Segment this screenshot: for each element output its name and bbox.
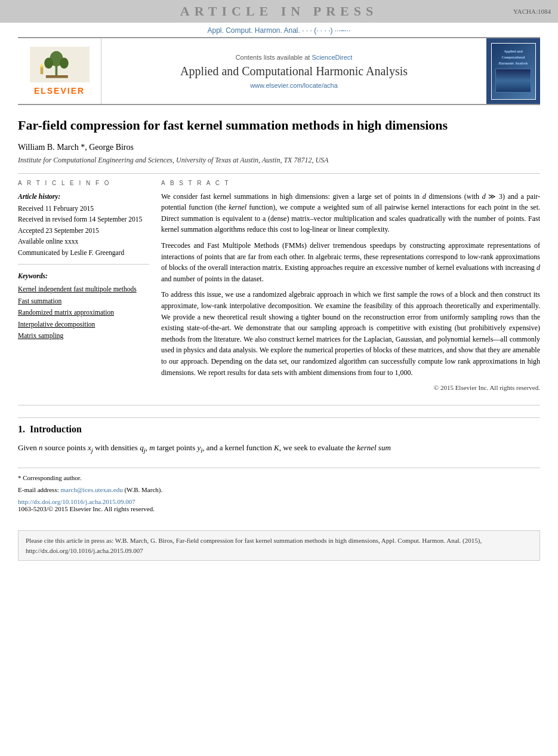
journal-header: ELSEVIER Contents lists available at Sci…	[18, 37, 540, 105]
left-col-divider	[18, 264, 149, 265]
abstract-text: We consider fast kernel summations in hi…	[161, 191, 540, 394]
journal-url: www.elsevier.com/locate/acha	[250, 82, 338, 89]
keywords-section: Keywords: Kernel independent fast multip…	[18, 271, 149, 341]
two-col-layout: A R T I C L E I N F O Article history: R…	[18, 180, 540, 394]
elsevier-logo-image	[30, 47, 90, 82]
received-date: Received 11 February 2015	[18, 203, 149, 214]
keyword-4[interactable]: Interpolative decomposition	[18, 319, 149, 330]
abstract-para-1: We consider fast kernel summations in hi…	[161, 191, 540, 235]
right-column: A B S T R A C T We consider fast kernel …	[161, 180, 540, 394]
sciencedirect-link[interactable]: ScienceDirect	[312, 54, 352, 61]
article-authors: William B. March *, George Biros	[18, 143, 540, 152]
communicated-by: Communicated by Leslie F. Greengard	[18, 247, 149, 258]
keyword-5[interactable]: Matrix sampling	[18, 330, 149, 341]
corresponding-author: * Corresponding author.	[18, 473, 540, 483]
abstract-para-2: Treecodes and Fast Multipole Methods (FM…	[161, 240, 540, 284]
available-date: Available online xxxx	[18, 236, 149, 247]
issn-line: 1063-5203/© 2015 Elsevier Inc. All right…	[18, 505, 155, 512]
article-info-heading: A R T I C L E I N F O	[18, 180, 149, 186]
doi-link[interactable]: http://dx.doi.org/10.1016/j.acha.2015.09…	[18, 498, 135, 505]
introduction-section: 1. Introduction Given n source points xj…	[18, 417, 540, 456]
svg-rect-5	[45, 75, 67, 78]
email-link[interactable]: march@ices.utexas.edu	[60, 486, 122, 493]
history-block: Article history: Received 11 February 20…	[18, 191, 149, 258]
section-title: 1. Introduction	[18, 424, 540, 435]
email-label: E-mail address:	[18, 486, 59, 493]
aip-banner: ARTICLE IN PRESS YACHA:1084	[0, 0, 558, 23]
section-divider-2	[18, 405, 540, 405]
doi-section: http://dx.doi.org/10.1016/j.acha.2015.09…	[18, 498, 540, 512]
copyright-line: © 2015 Elsevier Inc. All rights reserved…	[161, 383, 540, 393]
journal-cover-inner: Applied and Computational Harmonic Analy…	[491, 43, 536, 100]
left-column: A R T I C L E I N F O Article history: R…	[18, 180, 149, 394]
journal-center: Contents lists available at ScienceDirec…	[101, 38, 486, 104]
email-line: E-mail address: march@ices.utexas.edu (W…	[18, 485, 540, 495]
journal-cover: Applied and Computational Harmonic Analy…	[486, 38, 540, 104]
article-affiliation: Institute for Computational Engineering …	[18, 156, 540, 165]
revised-date: Received in revised form 14 September 20…	[18, 214, 149, 225]
journal-title-header: Applied and Computational Harmonic Analy…	[180, 64, 408, 78]
accepted-date: Accepted 23 September 2015	[18, 225, 149, 236]
elsevier-brand: ELSEVIER	[34, 86, 85, 96]
abstract-para-3: To address this issue, we use a randomiz…	[161, 289, 540, 378]
elsevier-logo: ELSEVIER	[18, 38, 101, 104]
section-divider-1	[18, 173, 540, 174]
keyword-2[interactable]: Fast summation	[18, 296, 149, 306]
email-suffix: (W.B. March).	[124, 486, 162, 493]
conjunction-and: and	[206, 443, 218, 452]
keyword-3[interactable]: Randomized matrix approximation	[18, 307, 149, 318]
article-content: Far-field compression for fast kernel su…	[0, 105, 558, 524]
yacha-code: YACHA:1084	[513, 8, 551, 15]
article-title: Far-field compression for fast kernel su…	[18, 117, 540, 134]
article-info-section: Article history: Received 11 February 20…	[18, 191, 149, 342]
svg-point-4	[60, 57, 69, 68]
keywords-label: Keywords:	[18, 271, 149, 281]
svg-point-3	[44, 57, 53, 68]
citation-box: Please cite this article in press as: W.…	[18, 530, 540, 561]
keyword-1[interactable]: Kernel independent fast multipole method…	[18, 284, 149, 294]
footnote-section: * Corresponding author. E-mail address: …	[18, 468, 540, 494]
contents-line: Contents lists available at ScienceDirec…	[236, 54, 353, 61]
abstract-heading: A B S T R A C T	[161, 180, 540, 186]
history-label: Article history:	[18, 191, 149, 202]
intro-paragraph: Given n source points xj with densities …	[18, 442, 540, 456]
aip-banner-text: ARTICLE IN PRESS	[180, 4, 378, 19]
journal-citation-line: Appl. Comput. Harmon. Anal. ∙ ∙ ∙ (∙ ∙ ∙…	[0, 23, 558, 37]
